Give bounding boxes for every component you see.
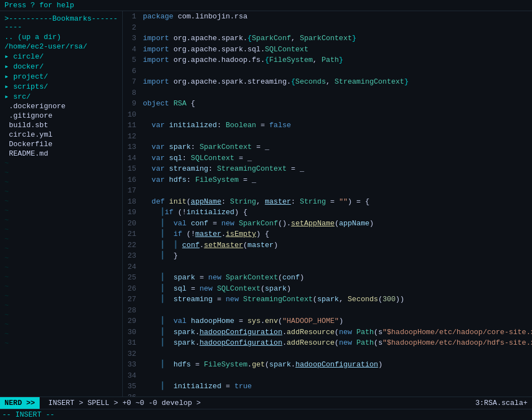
table-row: 19 ┃if (!initialized) { xyxy=(123,207,532,218)
top-hint: Press ? for help xyxy=(0,0,532,11)
table-row: 28 xyxy=(123,305,532,316)
table-row: 13 var spark: SparkContext = _ xyxy=(123,142,532,153)
sidebar-tilde-8: ~ xyxy=(0,225,122,234)
table-row: 18 def init(appName: String, master: Str… xyxy=(123,196,532,207)
sidebar-tilde-10: ~ xyxy=(0,244,122,253)
nerd-label: NERD >> xyxy=(0,397,40,409)
table-row: 8 xyxy=(123,88,532,99)
table-row: 36 xyxy=(123,392,532,397)
sidebar-up-dir[interactable]: .. (up a dir) xyxy=(0,32,122,42)
sidebar-file-gitignore[interactable]: .gitignore xyxy=(0,111,122,120)
sidebar-tilde-6: ~ xyxy=(0,206,122,215)
table-row: 33 ┃ hdfs = FileSystem.get(spark.hadoopC… xyxy=(123,359,532,370)
sidebar-tilde-14: ~ xyxy=(0,282,122,291)
sidebar-tilde-16: ~ xyxy=(0,301,122,310)
table-row: 25 ┃ spark = new SparkContext(conf) xyxy=(123,272,532,283)
sidebar: >----------Bookmarks---------- .. (up a … xyxy=(0,11,123,397)
sidebar-tilde-17: ~ xyxy=(0,310,122,320)
sidebar-folder-docker[interactable]: docker/ xyxy=(0,61,122,71)
table-row: 11 var initialized: Boolean = false xyxy=(123,120,532,131)
sidebar-tilde-20: ~ xyxy=(0,339,122,348)
table-row: 26 ┃ sql = new SQLContext(spark) xyxy=(123,283,532,295)
sidebar-tilde-15: ~ xyxy=(0,291,122,301)
sidebar-tilde-4: ~ xyxy=(0,187,122,196)
table-row: 10 xyxy=(123,109,532,120)
status-position: 3:RSA.scala+ xyxy=(471,399,532,407)
table-row: 17 xyxy=(123,185,532,196)
sidebar-tilde-9: ~ xyxy=(0,234,122,244)
table-row: 22 ┃ ┃ conf.setMaster(master) xyxy=(123,240,532,251)
bookmarks-divider: >----------Bookmarks---------- xyxy=(0,13,122,32)
sidebar-tilde-2: ~ xyxy=(0,168,122,177)
table-row: 31 ┃ spark.hadoopConfiguration.addResour… xyxy=(123,337,532,349)
code-editor[interactable]: 1 package com.linbojin.rsa 2 3 import or… xyxy=(123,11,532,397)
table-row: 20 ┃ val conf = new SparkConf().setAppNa… xyxy=(123,218,532,229)
sidebar-tilde-5: ~ xyxy=(0,196,122,206)
table-row: 5 import org.apache.hadoop.fs.{FileSyste… xyxy=(123,55,532,66)
table-row: 15 var streaming: StreamingContext = _ xyxy=(123,163,532,175)
status-bar: NERD >> INSERT > SPELL > +0 ~0 -0 develo… xyxy=(0,397,532,409)
status-mode: INSERT > SPELL > +0 ~0 -0 develop > xyxy=(42,399,208,407)
table-row: 9 object RSA { xyxy=(123,98,532,109)
table-row: 2 xyxy=(123,22,532,33)
table-row: 12 xyxy=(123,131,532,142)
table-row: 34 xyxy=(123,370,532,382)
table-row: 29 ┃ val hadoopHome = sys.env("HADOOP_HO… xyxy=(123,316,532,327)
sidebar-folder-project[interactable]: project/ xyxy=(0,71,122,81)
table-row: 35 ┃ initialized = true xyxy=(123,381,532,392)
table-row: 24 xyxy=(123,262,532,273)
table-row: 1 package com.linbojin.rsa xyxy=(123,11,532,22)
sidebar-file-circleyml[interactable]: circle.yml xyxy=(0,130,122,139)
sidebar-tilde-7: ~ xyxy=(0,215,122,225)
table-row: 21 ┃ if (!master.isEmpty) { xyxy=(123,229,532,240)
sidebar-folder-circle[interactable]: circle/ xyxy=(0,51,122,61)
code-table: 1 package com.linbojin.rsa 2 3 import or… xyxy=(123,11,532,397)
sidebar-tilde-12: ~ xyxy=(0,263,122,272)
sidebar-tilde-19: ~ xyxy=(0,329,122,339)
table-row: 23 ┃ } xyxy=(123,250,532,262)
sidebar-file-dockerignore[interactable]: .dockerignore xyxy=(0,102,122,111)
sidebar-tilde-18: ~ xyxy=(0,320,122,329)
table-row: 6 xyxy=(123,66,532,77)
sidebar-current-dir[interactable]: /home/ec2-user/rsa/ xyxy=(0,42,122,51)
table-row: 3 import org.apache.spark.{SparkConf, Sp… xyxy=(123,33,532,44)
insert-bar: -- INSERT -- xyxy=(0,409,532,420)
sidebar-file-buildsbt[interactable]: build.sbt xyxy=(0,120,122,130)
table-row: 14 var sql: SQLContext = _ xyxy=(123,153,532,164)
sidebar-file-readme[interactable]: README.md xyxy=(0,149,122,158)
sidebar-tilde-1: ~ xyxy=(0,158,122,168)
table-row: 30 ┃ spark.hadoopConfiguration.addResour… xyxy=(123,327,532,338)
sidebar-tilde-13: ~ xyxy=(0,272,122,282)
sidebar-file-dockerfile[interactable]: Dockerfile xyxy=(0,139,122,149)
table-row: 16 var hdfs: FileSystem = _ xyxy=(123,175,532,186)
sidebar-folder-src[interactable]: src/ xyxy=(0,91,122,102)
table-row: 7 import org.apache.spark.streaming.{Sec… xyxy=(123,76,532,88)
table-row: 27 ┃ streaming = new StreamingContext(sp… xyxy=(123,294,532,305)
table-row: 4 import org.apache.spark.sql.SQLContext xyxy=(123,44,532,55)
sidebar-folder-scripts[interactable]: scripts/ xyxy=(0,81,122,91)
sidebar-tilde-11: ~ xyxy=(0,253,122,263)
sidebar-tilde-3: ~ xyxy=(0,177,122,187)
table-row: 32 xyxy=(123,349,532,360)
